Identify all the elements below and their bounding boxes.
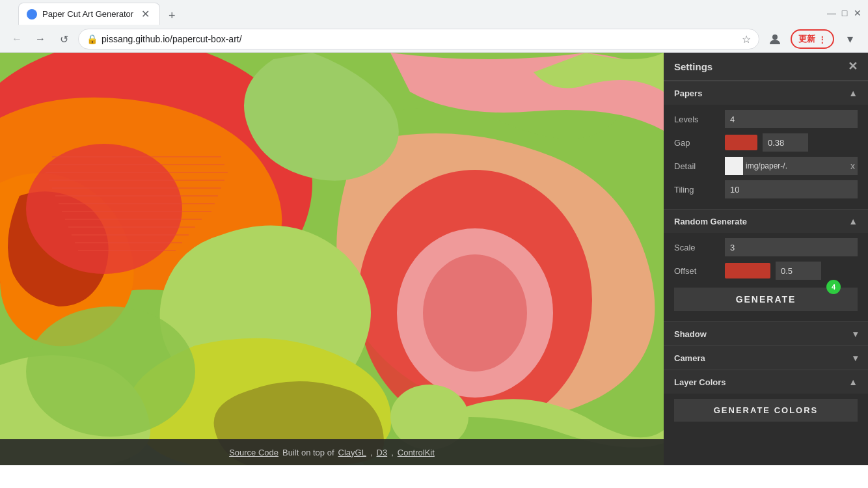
minimize-button[interactable]: — — [826, 8, 837, 18]
back-button[interactable]: ← — [8, 30, 26, 48]
generate-button-wrap: GENERATE 4 — [674, 285, 858, 316]
detail-text: img/paper-/. — [746, 161, 845, 170]
shadow-arrow-icon: ▾ — [853, 329, 858, 339]
svg-point-1 — [772, 34, 778, 40]
maximize-button[interactable]: □ — [839, 8, 850, 18]
settings-header: Settings ✕ — [664, 53, 868, 81]
papers-section-header[interactable]: Papers ▲ — [664, 81, 868, 105]
new-tab-button[interactable]: + — [163, 7, 181, 25]
footer-built-text: Built on top of — [282, 448, 334, 457]
random-generate-section-header[interactable]: Random Generate ▲ — [664, 209, 868, 233]
svg-point-0 — [29, 11, 35, 18]
scale-input[interactable] — [725, 238, 858, 256]
offset-label: Offset — [674, 266, 720, 276]
lock-icon: 🔒 — [87, 34, 98, 44]
papers-section-body: Levels Gap Detail img/paper-/. x Tili — [664, 105, 868, 209]
offset-row: Offset — [674, 262, 858, 280]
claygl-link[interactable]: ClayGL — [338, 448, 366, 457]
forward-button[interactable]: → — [31, 30, 49, 48]
levels-label: Levels — [674, 115, 720, 124]
generate-colors-button[interactable]: GENERATE COLORS — [674, 399, 858, 422]
tab-title: Paper Cut Art Generator — [42, 9, 133, 19]
url-text: pissang.github.io/papercut-box-art/ — [102, 34, 738, 44]
footer-bar: Source Code Built on top of ClayGL, D3, … — [0, 439, 664, 465]
art-canvas: Source Code Built on top of ClayGL, D3, … — [0, 53, 664, 465]
tiling-label: Tiling — [674, 185, 720, 195]
scale-row: Scale — [674, 238, 858, 256]
camera-section-header[interactable]: Camera ▾ — [664, 346, 868, 370]
gap-label: Gap — [674, 138, 720, 148]
update-button[interactable]: 更新 ⋮ — [791, 29, 834, 49]
papers-label: Papers — [674, 88, 702, 98]
menu-dots-icon: ⋮ — [818, 34, 826, 44]
settings-title: Settings — [674, 61, 712, 72]
offset-input[interactable] — [776, 262, 821, 280]
detail-row: Detail img/paper-/. x — [674, 157, 858, 175]
settings-close-icon[interactable]: ✕ — [848, 59, 858, 74]
detail-clear-button[interactable]: x — [848, 161, 858, 171]
gap-input[interactable] — [763, 133, 808, 152]
random-generate-label: Random Generate — [674, 217, 747, 226]
tiling-input[interactable] — [725, 180, 858, 198]
svg-point-5 — [26, 144, 182, 274]
layer-colors-arrow-icon: ▲ — [848, 377, 858, 387]
levels-input[interactable] — [725, 110, 858, 128]
shadow-label: Shadow — [674, 329, 707, 339]
dropdown-button[interactable]: ▾ — [839, 29, 860, 49]
shadow-section-header[interactable]: Shadow ▾ — [664, 321, 868, 346]
controlkit-link[interactable]: ControlKit — [398, 448, 435, 457]
reload-button[interactable]: ↺ — [55, 30, 73, 48]
random-generate-section-body: Scale Offset GENERATE 4 — [664, 233, 868, 321]
settings-panel: Settings ✕ Papers ▲ Levels Gap Detail — [664, 53, 868, 465]
bookmark-icon[interactable]: ☆ — [742, 33, 751, 46]
layer-colors-section-header[interactable]: Layer Colors ▲ — [664, 370, 868, 394]
generate-badge: 4 — [826, 280, 841, 294]
close-window-button[interactable]: ✕ — [852, 8, 863, 18]
levels-row: Levels — [674, 110, 858, 128]
url-bar[interactable]: 🔒 pissang.github.io/papercut-box-art/ ☆ — [78, 29, 759, 49]
active-tab[interactable]: Paper Cut Art Generator ✕ — [18, 3, 160, 25]
camera-label: Camera — [674, 353, 705, 363]
d3-link[interactable]: D3 — [377, 448, 388, 457]
papers-arrow-icon: ▲ — [848, 88, 858, 98]
source-code-link[interactable]: Source Code — [229, 448, 278, 457]
tab-favicon — [27, 9, 37, 20]
profile-button[interactable] — [765, 29, 785, 49]
offset-color-swatch[interactable] — [725, 263, 770, 278]
gap-row: Gap — [674, 133, 858, 152]
detail-color-box — [725, 157, 743, 175]
random-generate-arrow-icon: ▲ — [848, 216, 858, 226]
scale-label: Scale — [674, 243, 720, 252]
gap-color-swatch[interactable] — [725, 135, 757, 150]
detail-label: Detail — [674, 161, 720, 171]
tiling-row: Tiling — [674, 180, 858, 198]
svg-point-22 — [26, 306, 195, 437]
detail-input-wrap[interactable]: img/paper-/. x — [725, 157, 858, 175]
svg-point-7 — [423, 254, 527, 372]
layer-colors-label: Layer Colors — [674, 377, 726, 387]
camera-arrow-icon: ▾ — [853, 353, 858, 363]
close-tab-button[interactable]: ✕ — [139, 8, 152, 21]
